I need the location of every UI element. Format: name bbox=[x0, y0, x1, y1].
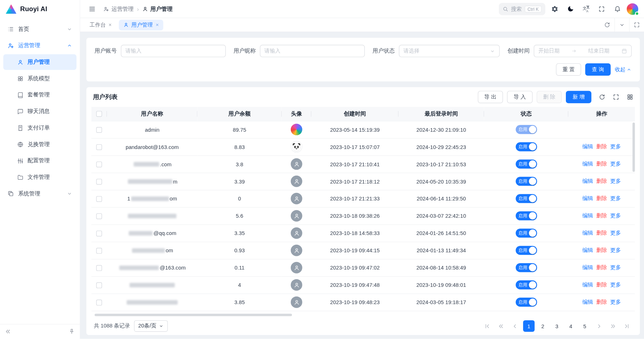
add-button[interactable]: 新 增 bbox=[566, 91, 591, 103]
select-all-checkbox[interactable] bbox=[96, 111, 102, 117]
column-header-4[interactable]: 创建时间 bbox=[311, 107, 398, 121]
notifications-icon[interactable] bbox=[611, 3, 623, 15]
sidebar-item-chat-message[interactable]: 聊天消息 bbox=[3, 104, 76, 119]
account-input[interactable]: 请输入 bbox=[121, 45, 226, 57]
delete-link[interactable]: 删除 bbox=[596, 247, 607, 253]
page-4-button[interactable]: 4 bbox=[565, 320, 577, 332]
row-checkbox[interactable] bbox=[96, 179, 102, 185]
status-toggle[interactable]: 启用 bbox=[515, 125, 537, 134]
column-header-2[interactable]: 用户余额 bbox=[197, 107, 282, 121]
status-toggle[interactable]: 启用 bbox=[515, 246, 537, 255]
edit-link[interactable]: 编辑 bbox=[582, 265, 593, 271]
status-toggle[interactable]: 启用 bbox=[515, 280, 537, 289]
more-link[interactable]: 更多 bbox=[610, 213, 621, 219]
row-checkbox[interactable] bbox=[96, 144, 102, 150]
edit-link[interactable]: 编辑 bbox=[582, 282, 593, 288]
sidebar-item-config-mgmt[interactable]: 配置管理 bbox=[3, 153, 76, 168]
tab-user-mgmt[interactable]: 用户管理× bbox=[119, 19, 163, 30]
create-time-range-picker[interactable]: 开始日期结束日期 bbox=[534, 45, 632, 57]
delete-button[interactable]: 删 除 bbox=[537, 91, 562, 103]
edit-link[interactable]: 编辑 bbox=[582, 178, 593, 184]
language-icon[interactable]: 文A bbox=[580, 3, 592, 15]
delete-link[interactable]: 删除 bbox=[596, 144, 607, 150]
edit-link[interactable]: 编辑 bbox=[582, 144, 593, 150]
column-header-5[interactable]: 最后登录时间 bbox=[398, 107, 484, 121]
user-avatar[interactable] bbox=[627, 3, 638, 15]
more-link[interactable]: 更多 bbox=[610, 265, 621, 271]
sidebar-item-user-mgmt[interactable]: 用户管理 bbox=[3, 54, 76, 70]
last-page-button[interactable] bbox=[621, 320, 632, 332]
row-checkbox[interactable] bbox=[96, 282, 102, 288]
collapse-sidebar-button[interactable] bbox=[5, 329, 11, 335]
fullscreen-icon[interactable] bbox=[595, 3, 608, 15]
sidebar-item-operations[interactable]: 运营管理 bbox=[3, 38, 76, 53]
row-checkbox[interactable] bbox=[96, 300, 102, 306]
settings-icon[interactable] bbox=[549, 3, 561, 15]
page-size-select[interactable]: 20条/页 bbox=[134, 320, 168, 332]
prev-group-button[interactable] bbox=[495, 320, 506, 332]
page-2-button[interactable]: 2 bbox=[537, 320, 549, 332]
status-toggle[interactable]: 启用 bbox=[515, 194, 537, 203]
horizontal-scrollbar[interactable] bbox=[95, 314, 292, 316]
edit-link[interactable]: 编辑 bbox=[582, 161, 593, 167]
more-link[interactable]: 更多 bbox=[610, 230, 621, 236]
app-logo[interactable]: Ruoyi AI bbox=[0, 0, 80, 18]
refresh-table-icon[interactable] bbox=[599, 94, 605, 100]
sidebar-item-pay-order[interactable]: 支付订单 bbox=[3, 120, 76, 136]
sidebar-item-file-mgmt[interactable]: 文件管理 bbox=[3, 170, 76, 185]
refresh-page-icon[interactable] bbox=[600, 18, 614, 32]
status-toggle[interactable]: 启用 bbox=[515, 142, 537, 151]
pin-sidebar-icon[interactable] bbox=[69, 329, 75, 335]
more-link[interactable]: 更多 bbox=[610, 161, 621, 167]
close-tab-icon[interactable]: × bbox=[156, 22, 159, 28]
edit-link[interactable]: 编辑 bbox=[582, 247, 593, 253]
status-toggle[interactable]: 启用 bbox=[515, 229, 537, 238]
edit-link[interactable]: 编辑 bbox=[582, 195, 593, 202]
breadcrumb-item-user-mgmt[interactable]: 用户管理 bbox=[142, 5, 173, 13]
global-search[interactable]: 搜索 Ctrl K bbox=[499, 3, 545, 15]
column-header-7[interactable]: 操作 bbox=[568, 107, 635, 121]
sidebar-item-home[interactable]: 首页 bbox=[3, 21, 76, 37]
row-checkbox[interactable] bbox=[96, 162, 102, 167]
column-settings-icon[interactable] bbox=[627, 94, 633, 100]
delete-link[interactable]: 删除 bbox=[596, 282, 607, 288]
status-toggle[interactable]: 启用 bbox=[515, 263, 537, 272]
delete-link[interactable]: 删除 bbox=[596, 299, 607, 305]
page-3-button[interactable]: 3 bbox=[551, 320, 563, 332]
sidebar-item-system-mgmt[interactable]: 系统管理 bbox=[3, 186, 76, 201]
status-select[interactable]: 请选择 bbox=[399, 45, 500, 57]
tab-options-icon[interactable] bbox=[614, 18, 629, 32]
next-group-button[interactable] bbox=[607, 320, 618, 332]
collapse-filter-link[interactable]: 收起 bbox=[615, 66, 632, 73]
sidebar-item-exchange-mgmt[interactable]: 兑换管理 bbox=[3, 136, 76, 152]
delete-link[interactable]: 删除 bbox=[596, 195, 607, 202]
sidebar-item-system-model[interactable]: 系统模型 bbox=[3, 71, 76, 86]
more-link[interactable]: 更多 bbox=[610, 144, 621, 150]
export-button[interactable]: 导 出 bbox=[478, 91, 503, 103]
status-toggle[interactable]: 启用 bbox=[515, 177, 537, 186]
delete-link[interactable]: 删除 bbox=[596, 161, 607, 167]
column-header-1[interactable]: 用户名称 bbox=[107, 107, 197, 121]
more-link[interactable]: 更多 bbox=[610, 178, 621, 184]
more-link[interactable]: 更多 bbox=[610, 282, 621, 288]
search-button[interactable]: 查 询 bbox=[585, 63, 611, 76]
delete-link[interactable]: 删除 bbox=[596, 230, 607, 236]
column-header-3[interactable]: 头像 bbox=[282, 107, 311, 121]
breadcrumb-item-operations[interactable]: 运营管理 bbox=[103, 5, 134, 13]
edit-link[interactable]: 编辑 bbox=[582, 230, 593, 236]
more-link[interactable]: 更多 bbox=[610, 247, 621, 253]
dark-mode-icon[interactable] bbox=[564, 3, 576, 15]
delete-link[interactable]: 删除 bbox=[596, 265, 607, 271]
row-checkbox[interactable] bbox=[96, 265, 102, 271]
delete-link[interactable]: 删除 bbox=[596, 178, 607, 184]
prev-page-button[interactable] bbox=[509, 320, 521, 332]
next-page-button[interactable] bbox=[593, 320, 604, 332]
status-toggle[interactable]: 启用 bbox=[515, 211, 537, 220]
import-button[interactable]: 导 入 bbox=[507, 91, 532, 103]
nickname-input[interactable]: 请输入 bbox=[260, 45, 365, 57]
row-checkbox[interactable] bbox=[96, 248, 102, 254]
reset-button[interactable]: 重 置 bbox=[556, 63, 581, 76]
close-tab-icon[interactable]: × bbox=[109, 22, 112, 28]
page-1-button[interactable]: 1 bbox=[523, 320, 535, 332]
hamburger-icon[interactable] bbox=[86, 3, 98, 15]
